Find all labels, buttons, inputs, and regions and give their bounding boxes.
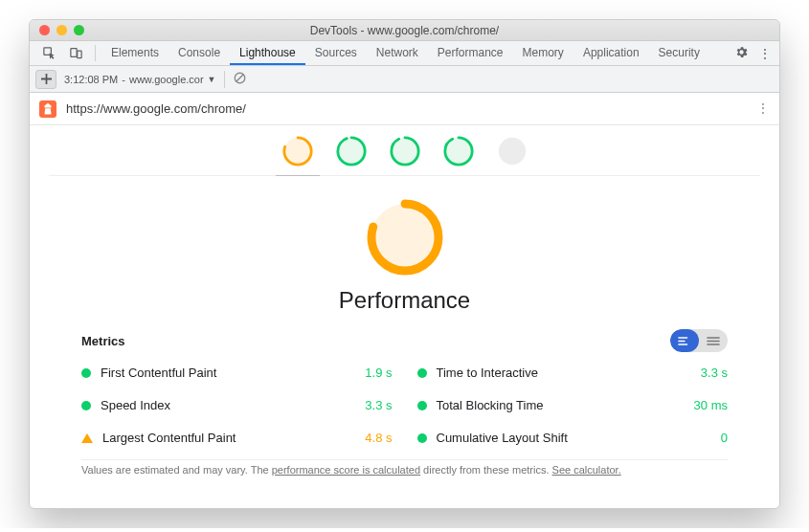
score-nav-item[interactable]: 94 bbox=[335, 135, 368, 167]
url-bar: https://www.google.com/chrome/ ⋮ bbox=[30, 93, 779, 125]
toggle-compact-icon[interactable] bbox=[699, 329, 728, 352]
chevron-down-icon: ▼ bbox=[208, 75, 216, 84]
metric-value: 30 ms bbox=[694, 398, 728, 412]
see-calc-link[interactable]: See calculator. bbox=[552, 464, 621, 476]
svg-point-12 bbox=[498, 138, 525, 165]
pass-icon bbox=[81, 401, 91, 410]
metric-row: Speed Index3.3 s bbox=[81, 388, 393, 421]
metric-row: First Contentful Paint1.9 s bbox=[81, 356, 393, 388]
report-time: 3:12:08 PM bbox=[64, 74, 118, 85]
window-title: DevTools - www.google.com/chrome/ bbox=[30, 24, 779, 37]
metric-value: 3.3 s bbox=[365, 398, 392, 412]
calc-link[interactable]: performance score is calculated bbox=[272, 464, 420, 476]
panel-tab-console[interactable]: Console bbox=[169, 41, 230, 65]
performance-gauge: 80 bbox=[365, 197, 445, 277]
panel-tab-performance[interactable]: Performance bbox=[428, 41, 513, 65]
category-title: Performance bbox=[30, 287, 779, 314]
tested-url: https://www.google.com/chrome/ bbox=[66, 101, 246, 116]
metric-name: First Contentful Paint bbox=[101, 366, 216, 380]
score-nav-item[interactable]: 92 bbox=[389, 135, 421, 167]
titlebar: DevTools - www.google.com/chrome/ bbox=[30, 20, 779, 41]
lighthouse-icon bbox=[39, 100, 56, 118]
metric-value: 0 bbox=[721, 431, 728, 445]
panel-tab-elements[interactable]: Elements bbox=[101, 41, 169, 65]
metric-name: Time to Interactive bbox=[437, 366, 538, 380]
svg-rect-2 bbox=[77, 51, 80, 58]
panel-tab-network[interactable]: Network bbox=[367, 41, 428, 65]
score-nav-item[interactable]: PWA bbox=[496, 135, 528, 167]
category-hero: 80 Performance bbox=[30, 176, 779, 321]
metrics-grid: First Contentful Paint1.9 sTime to Inter… bbox=[30, 352, 779, 459]
panel-tab-memory[interactable]: Memory bbox=[513, 41, 573, 65]
metric-name: Cumulative Layout Shift bbox=[437, 431, 568, 445]
pass-icon bbox=[81, 368, 91, 378]
clear-button[interactable] bbox=[233, 71, 247, 88]
panel-tab-lighthouse[interactable]: Lighthouse bbox=[230, 41, 305, 65]
warning-icon bbox=[81, 433, 93, 443]
metric-name: Speed Index bbox=[101, 398, 170, 412]
svg-rect-1 bbox=[70, 49, 76, 57]
metrics-heading: Metrics bbox=[81, 334, 125, 348]
more-menu-button[interactable]: ⋮ bbox=[758, 46, 772, 61]
score-nav-item[interactable]: 92 bbox=[442, 135, 475, 167]
device-toolbar-button[interactable] bbox=[62, 41, 89, 65]
metric-row: Time to Interactive3.3 s bbox=[417, 356, 729, 388]
score-nav-item[interactable]: 80 bbox=[281, 135, 314, 167]
metric-name: Total Blocking Time bbox=[437, 398, 544, 412]
metric-value: 3.3 s bbox=[701, 366, 728, 380]
panel-tab-application[interactable]: Application bbox=[573, 41, 649, 65]
pass-icon bbox=[417, 368, 427, 378]
metric-value: 1.9 s bbox=[365, 366, 392, 380]
score-nav: 80949292PWA bbox=[49, 125, 760, 176]
inspect-element-button[interactable] bbox=[35, 41, 62, 65]
metric-row: Total Blocking Time30 ms bbox=[417, 388, 729, 421]
tabstrip: ElementsConsoleLighthouseSourcesNetworkP… bbox=[30, 41, 779, 66]
panel-tab-security[interactable]: Security bbox=[649, 41, 709, 65]
devtools-window: DevTools - www.google.com/chrome/ Elemen… bbox=[29, 19, 780, 509]
panel-tab-sources[interactable]: Sources bbox=[305, 41, 367, 65]
metric-row: Cumulative Layout Shift0 bbox=[417, 421, 729, 454]
pass-icon bbox=[417, 433, 427, 443]
lighthouse-toolbar: 3:12:08 PM - www.google.cor ▼ bbox=[30, 66, 779, 93]
report-host: www.google.cor bbox=[129, 74, 204, 85]
report-selector[interactable]: 3:12:08 PM - www.google.cor ▼ bbox=[64, 74, 216, 85]
pass-icon bbox=[417, 401, 427, 410]
report-menu-button[interactable]: ⋮ bbox=[756, 107, 770, 110]
metric-row: Largest Contentful Paint4.8 s bbox=[81, 421, 393, 454]
metric-name: Largest Contentful Paint bbox=[102, 431, 236, 445]
metrics-view-toggle[interactable] bbox=[670, 329, 728, 352]
metrics-footnote: Values are estimated and may vary. The p… bbox=[81, 459, 728, 489]
new-report-button[interactable] bbox=[35, 70, 56, 89]
panel-tabs: ElementsConsoleLighthouseSourcesNetworkP… bbox=[101, 41, 734, 65]
metric-value: 4.8 s bbox=[365, 431, 392, 445]
report-body: 80949292PWA 80 Performance Metrics bbox=[30, 125, 779, 508]
settings-button[interactable] bbox=[734, 45, 749, 62]
toggle-expanded-icon[interactable] bbox=[670, 329, 699, 352]
